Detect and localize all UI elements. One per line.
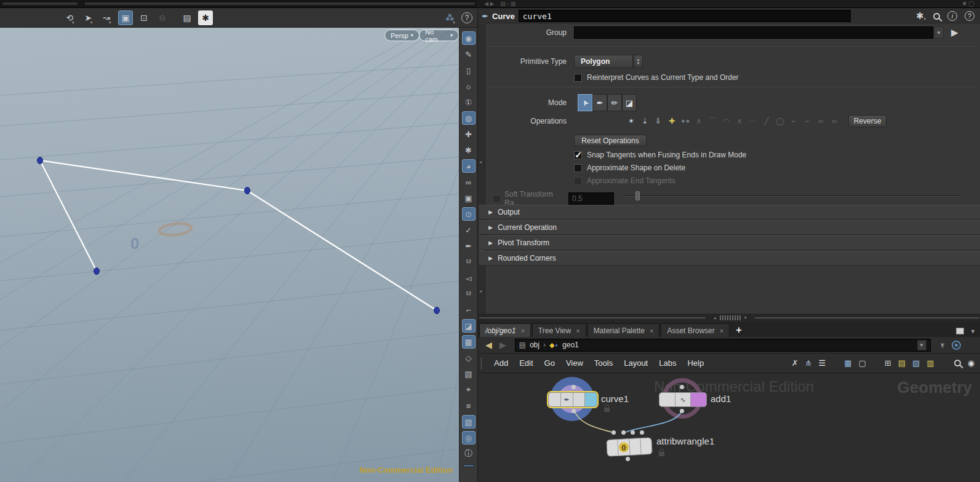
top-stowbar[interactable] [0, 0, 477, 8]
headlight-icon[interactable]: ☼ [462, 79, 476, 93]
list-icon[interactable]: ≡ [462, 399, 476, 413]
curve1-input-dot[interactable] [572, 385, 576, 389]
op-unlink-icon[interactable]: ∞ [827, 116, 841, 127]
perspective-menu[interactable]: Persp ▾ [384, 30, 420, 41]
flipbook-icon[interactable]: ▣ [462, 191, 476, 205]
chevron-down-icon[interactable]: ▼ [970, 328, 976, 334]
op-line-icon[interactable]: ╱ [760, 116, 773, 127]
menu-labs[interactable]: Labs [659, 358, 676, 368]
normals-icon[interactable]: ◅ [462, 271, 476, 285]
visibility-icon[interactable]: ◉ [462, 31, 476, 45]
node-attribwrangle1[interactable]: {} [606, 437, 652, 457]
display-options-icon[interactable]: ✱ [198, 10, 213, 25]
soft-transform-input[interactable]: 0.5 [568, 192, 614, 205]
pane-gutter[interactable]: ◂ ◂ [478, 24, 485, 314]
tab-asset-browser[interactable]: Asset Browser × [661, 323, 730, 337]
profiles-icon[interactable]: ⌐ [462, 303, 476, 317]
menubar-handle[interactable] [480, 357, 483, 370]
curve-points[interactable] [38, 157, 440, 314]
lock-camera-icon[interactable]: ▯ [462, 63, 476, 77]
curve1-output-dot[interactable] [572, 409, 576, 413]
list-view-icon[interactable]: ☰ [819, 358, 826, 368]
op-insert-icon[interactable]: ✚ [665, 116, 679, 127]
points-display-icon[interactable]: ⊙ [462, 207, 476, 221]
background-image-icon[interactable]: ▧ [462, 415, 476, 429]
op-link-icon[interactable]: ∞ [814, 116, 827, 127]
add-light-icon[interactable]: ✚ [462, 127, 476, 141]
build-tools-icon[interactable]: ✗ [792, 358, 799, 368]
wrangle-input-dot[interactable] [631, 430, 635, 435]
node-label-add1[interactable]: add1 [711, 393, 731, 404]
shaded-mode-icon[interactable]: ◪ [462, 319, 476, 333]
node-label-curve1[interactable]: curve1 [601, 393, 629, 404]
wrangle-input-dot[interactable] [612, 430, 616, 435]
network-tree-icon[interactable]: ⋔ [805, 358, 812, 368]
camera-tool-icon[interactable]: ▣ [118, 10, 133, 25]
node-name-field[interactable]: curve1 [519, 10, 851, 22]
help-icon[interactable]: ? [965, 11, 974, 21]
wrangle-input-dot[interactable] [621, 430, 626, 435]
op-dashes-icon[interactable]: ⋯ [746, 116, 760, 127]
op-connect-icon[interactable]: ∘∘ [679, 116, 692, 127]
snap-tangents-checkbox[interactable]: ✓ [574, 151, 582, 159]
viewport-info-icon[interactable]: ⓘ [462, 447, 476, 460]
reinterpret-checkbox[interactable] [574, 74, 582, 82]
scene-viewport[interactable]: 0 Persp ▾ No cam ▾ Non-Commercial Editio… [0, 28, 459, 482]
approx-shape-checkbox[interactable] [574, 164, 582, 172]
op-collapse-icon[interactable]: ⇩ [651, 116, 665, 127]
splitter-up-icon[interactable]: ▴ [714, 315, 716, 320]
op-fillet-icon[interactable]: ⌐ [787, 116, 800, 127]
sticky-note-icon[interactable]: ▤ [898, 358, 906, 368]
op-bridge-icon[interactable]: ◠ [719, 116, 733, 127]
move-tool-icon[interactable]: ↝ [100, 10, 114, 25]
mode-select-button[interactable]: ➤ [578, 94, 592, 111]
forward-button[interactable]: ▶ [500, 340, 506, 350]
camera-view-icon[interactable]: ① [462, 95, 476, 109]
new-tab-button[interactable]: + [736, 325, 741, 337]
pane-maximize-icon[interactable] [956, 328, 964, 334]
op-chamfer-icon[interactable]: ⌐ [800, 116, 814, 127]
wrangle-output-dot[interactable] [626, 457, 630, 461]
op-corner-icon[interactable]: ∧ [692, 116, 706, 127]
menu-add[interactable]: Add [494, 358, 508, 368]
close-icon[interactable]: × [720, 327, 723, 334]
section-output[interactable]: ▶ Output [479, 205, 980, 219]
gear-icon[interactable]: ✱ [916, 10, 926, 22]
section-rounded-corners[interactable]: ▶ Rounded Corners [479, 251, 980, 266]
op-spike-icon[interactable]: ∧ [733, 116, 746, 127]
wireframe-icon[interactable]: ▦ [462, 335, 476, 349]
grid-outline-icon[interactable]: ▢ [859, 358, 866, 368]
section-current-operation[interactable]: ▶ Current Operation [479, 220, 980, 235]
lighting-icon[interactable]: ◍ [462, 111, 476, 125]
pane-splitter[interactable]: ▴ ▾ [478, 314, 980, 322]
grid-snap-icon[interactable]: ◎ [462, 431, 476, 444]
search-icon[interactable] [954, 360, 961, 366]
help-icon[interactable]: ? [461, 12, 472, 23]
menu-help[interactable]: Help [687, 358, 704, 368]
vertex-display-icon[interactable]: ✓ [462, 223, 476, 237]
primitive-type-select[interactable]: Polygon [574, 55, 633, 68]
path-field[interactable]: ▤ obj › ◆◗ geo1 ▼ [515, 339, 931, 352]
point-numbers-icon[interactable]: ¹² [462, 255, 476, 269]
network-box-icon[interactable]: ▥ [926, 358, 934, 368]
menu-tools[interactable]: Tools [594, 358, 613, 368]
stowbar-handle[interactable] [78, 2, 85, 6]
menu-layout[interactable]: Layout [624, 358, 648, 368]
tab-tree-view[interactable]: Tree View × [532, 323, 586, 337]
path-current[interactable]: geo1 [562, 341, 579, 349]
shelf-toggle-icon[interactable]: ▤ [180, 10, 194, 25]
pin-icon[interactable]: ➢ [938, 342, 947, 349]
op-circle-icon[interactable]: ◯ [773, 116, 787, 127]
close-icon[interactable]: × [520, 327, 524, 334]
wrangle-input-dot[interactable] [640, 430, 644, 435]
template-flag[interactable] [691, 393, 706, 406]
splitter-grip[interactable]: ▴ ▾ [706, 315, 755, 321]
mode-delete-button[interactable]: ◪ [622, 94, 637, 111]
snapshot-icon[interactable]: ⊖ [155, 10, 170, 25]
primitive-type-spinner[interactable]: ▲ ▼ [634, 55, 643, 68]
close-icon[interactable]: × [576, 327, 580, 334]
menu-view[interactable]: View [566, 358, 583, 368]
radial-menu-icon[interactable] [952, 341, 961, 350]
group-dropdown-button[interactable]: ▼ [934, 26, 944, 39]
grid-view-icon[interactable]: ▦ [844, 358, 851, 368]
